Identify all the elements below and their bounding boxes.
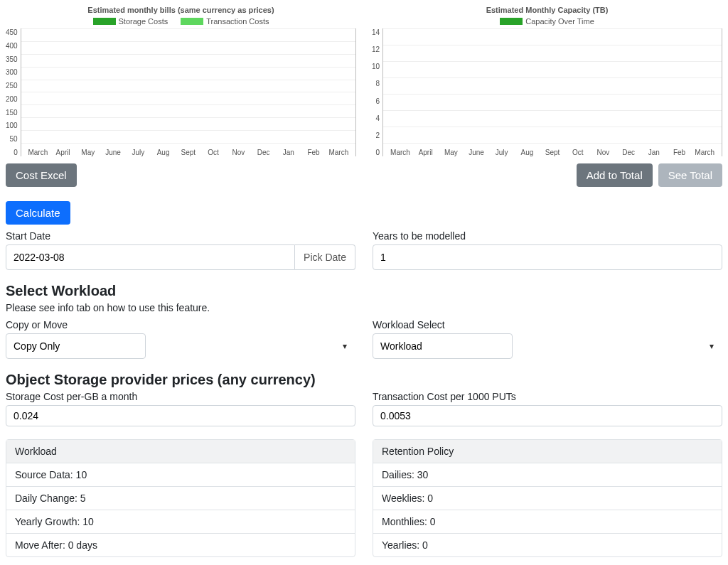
workload-item: Source Data: 10 xyxy=(6,463,355,487)
legend-label-storage: Storage Costs xyxy=(119,17,168,26)
workload-item: Daily Change: 5 xyxy=(6,487,355,510)
legend-transaction-costs[interactable]: Transaction Costs xyxy=(181,17,269,26)
x-tick: Jan xyxy=(276,149,301,156)
x-tick: Sept xyxy=(540,149,565,156)
workload-panel: Workload Source Data: 10Daily Change: 5Y… xyxy=(6,439,355,557)
x-tick: Nov xyxy=(591,149,616,156)
x-tick: Feb xyxy=(301,149,326,156)
x-tick: Feb xyxy=(667,149,692,156)
bills-y-axis: 450400350300250200150100500 xyxy=(6,28,21,156)
x-tick: Oct xyxy=(200,149,225,156)
capacity-plot: MarchAprilMayJuneJulyAugSeptOctNovDecJan… xyxy=(382,28,722,156)
x-tick: Dec xyxy=(251,149,276,156)
x-tick: Aug xyxy=(151,149,176,156)
prices-heading: Object Storage provider prices (any curr… xyxy=(6,372,722,388)
retention-item: Monthlies: 0 xyxy=(373,510,722,534)
bills-plot: MarchAprilMayJuneJulyAugSeptOctNovDecJan… xyxy=(21,28,356,156)
years-label: Years to be modelled xyxy=(373,230,722,242)
bills-x-axis: MarchAprilMayJuneJulyAugSeptOctNovDecJan… xyxy=(26,149,351,156)
x-tick: March xyxy=(326,149,351,156)
legend-capacity[interactable]: Capacity Over Time xyxy=(500,17,594,26)
capacity-chart: 14121086420 xyxy=(372,28,722,156)
copy-or-move-select[interactable] xyxy=(6,333,146,359)
bills-chart: 450400350300250200150100500 xyxy=(6,28,356,156)
workload-panel-title: Workload xyxy=(6,440,355,463)
capacity-y-axis: 14121086420 xyxy=(372,28,382,156)
retention-item: Weeklies: 0 xyxy=(373,487,722,510)
workload-select[interactable] xyxy=(373,333,513,359)
bills-chart-block: Estimated monthly bills (same currency a… xyxy=(6,6,356,156)
x-tick: Aug xyxy=(515,149,540,156)
retention-panel: Retention Policy Dailies: 30Weeklies: 0M… xyxy=(373,439,722,557)
add-to-total-button[interactable]: Add to Total xyxy=(577,163,653,187)
bills-chart-title: Estimated monthly bills (same currency a… xyxy=(87,6,274,14)
capacity-chart-legend: Capacity Over Time xyxy=(500,17,594,26)
chart-button-row: Cost Excel Add to Total See Total xyxy=(6,163,722,187)
x-tick: July xyxy=(489,149,515,156)
storage-cost-input[interactable] xyxy=(6,405,355,426)
x-tick: July xyxy=(126,149,151,156)
years-input[interactable] xyxy=(373,244,722,270)
see-total-button[interactable]: See Total xyxy=(658,163,722,187)
x-tick: Jan xyxy=(641,149,667,156)
cost-excel-button[interactable]: Cost Excel xyxy=(6,163,77,187)
pick-date-button[interactable]: Pick Date xyxy=(295,244,355,270)
retention-item: Yearlies: 0 xyxy=(373,534,722,556)
x-tick: Dec xyxy=(616,149,641,156)
legend-storage-costs[interactable]: Storage Costs xyxy=(93,17,168,26)
retention-item: Dailies: 30 xyxy=(373,463,722,487)
x-tick: April xyxy=(413,149,439,156)
legend-label-capacity: Capacity Over Time xyxy=(525,17,594,26)
workload-select-label: Workload Select xyxy=(373,319,722,330)
retention-panel-title: Retention Policy xyxy=(373,440,722,463)
workload-item: Move After: 0 days xyxy=(6,534,355,556)
storage-cost-label: Storage Cost per-GB a month xyxy=(6,391,355,402)
legend-swatch-transaction xyxy=(181,18,203,25)
start-date-label: Start Date xyxy=(6,230,355,242)
capacity-chart-block: Estimated Monthly Capacity (TB) Capacity… xyxy=(372,6,722,156)
form-section: Calculate Start Date Pick Date Years to … xyxy=(6,201,722,557)
copy-or-move-label: Copy or Move xyxy=(6,319,355,330)
legend-swatch-storage xyxy=(93,18,116,25)
charts-row: Estimated monthly bills (same currency a… xyxy=(6,6,722,156)
capacity-x-axis: MarchAprilMayJuneJulyAugSeptOctNovDecJan… xyxy=(387,149,717,156)
x-tick: June xyxy=(100,149,125,156)
x-tick: May xyxy=(75,149,100,156)
workload-item: Yearly Growth: 10 xyxy=(6,510,355,534)
x-tick: March xyxy=(387,149,413,156)
x-tick: March xyxy=(692,149,717,156)
select-workload-heading: Select Workload xyxy=(6,283,722,299)
start-date-input[interactable] xyxy=(6,244,295,270)
select-workload-hint: Please see info tab on how to use this f… xyxy=(6,302,722,313)
chevron-down-icon: ▾ xyxy=(343,341,347,351)
chevron-down-icon: ▾ xyxy=(710,341,714,351)
calculate-button[interactable]: Calculate xyxy=(6,201,70,225)
x-tick: June xyxy=(464,149,489,156)
x-tick: Sept xyxy=(176,149,200,156)
legend-label-transaction: Transaction Costs xyxy=(206,17,269,26)
legend-swatch-capacity xyxy=(500,18,523,25)
x-tick: Nov xyxy=(226,149,251,156)
transaction-cost-label: Transaction Cost per 1000 PUTs xyxy=(373,391,722,402)
x-tick: March xyxy=(26,149,50,156)
capacity-chart-title: Estimated Monthly Capacity (TB) xyxy=(486,6,609,14)
x-tick: Oct xyxy=(565,149,591,156)
x-tick: April xyxy=(50,149,75,156)
x-tick: May xyxy=(439,149,464,156)
transaction-cost-input[interactable] xyxy=(373,405,722,426)
bills-chart-legend: Storage Costs Transaction Costs xyxy=(93,17,269,26)
